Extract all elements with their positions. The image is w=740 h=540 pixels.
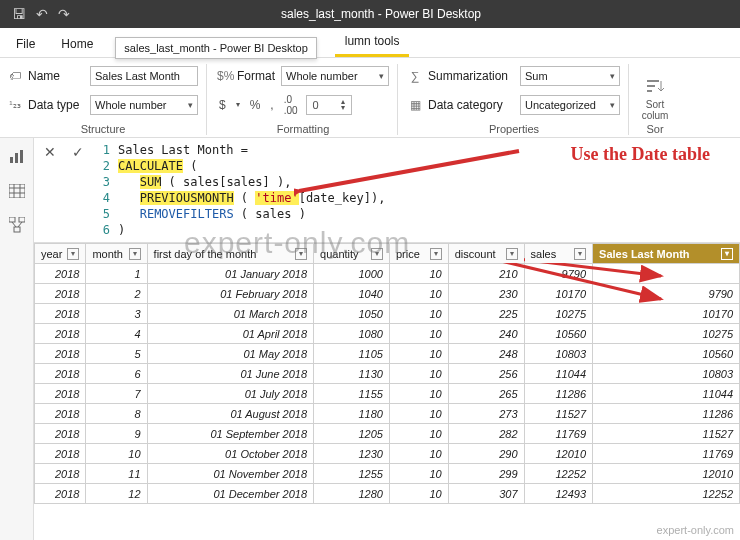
col-header[interactable]: year▾: [35, 244, 86, 264]
col-header[interactable]: sales▾: [524, 244, 593, 264]
svg-rect-3: [10, 157, 13, 163]
category-icon: ▦: [408, 98, 422, 112]
group-label-formatting: Formatting: [217, 121, 389, 135]
svg-rect-6: [9, 184, 25, 198]
window-tooltip: sales_last_month - Power BI Desktop: [115, 37, 316, 59]
svg-rect-5: [20, 150, 23, 163]
table-row[interactable]: 2018701 July 20181155102651128611044: [35, 384, 740, 404]
format-select[interactable]: Whole number▾: [281, 66, 389, 86]
formula-commit-button[interactable]: ✓: [68, 142, 88, 162]
redo-icon[interactable]: ↷: [58, 6, 70, 22]
name-label: Name: [28, 69, 84, 83]
menu-home[interactable]: Home: [57, 31, 97, 57]
formula-bar[interactable]: ✕ ✓ 1Sales Last Month = 2CALCULATE ( 3 S…: [34, 138, 740, 243]
col-header[interactable]: discount▾: [448, 244, 524, 264]
svg-rect-0: [647, 80, 659, 82]
svg-line-15: [18, 222, 22, 227]
tab-column-tools[interactable]: lumn tools: [335, 28, 410, 57]
formula-code[interactable]: 1Sales Last Month = 2CALCULATE ( 3 SUM (…: [96, 142, 385, 238]
col-header[interactable]: quantity▾: [314, 244, 390, 264]
tag-icon: 🏷: [8, 69, 22, 83]
save-icon[interactable]: 🖫: [12, 6, 26, 22]
table-row[interactable]: 20181201 December 2018128010307124931225…: [35, 484, 740, 504]
svg-rect-13: [14, 227, 20, 232]
datatype-label: Data type: [28, 98, 84, 112]
watermark-small: expert-only.com: [657, 524, 734, 536]
view-sidebar: [0, 138, 34, 540]
table-row[interactable]: 2018901 September 2018120510282117691152…: [35, 424, 740, 444]
window-title: sales_last_month - Power BI Desktop: [82, 7, 680, 21]
table-row[interactable]: 2018501 May 20181105102481080310560: [35, 344, 740, 364]
svg-rect-11: [9, 217, 15, 222]
ribbon-group-properties: ∑ Summarization Sum▾ ▦ Data category Unc…: [408, 64, 629, 135]
decimals-input[interactable]: 0▴▾: [306, 95, 352, 115]
report-view-icon[interactable]: [7, 148, 27, 166]
table-row[interactable]: 20181101 November 2018125510299122521201…: [35, 464, 740, 484]
svg-rect-4: [15, 153, 18, 163]
model-view-icon[interactable]: [7, 216, 27, 234]
title-bar: 🖫 ↶ ↷ sales_last_month - Power BI Deskto…: [0, 0, 740, 28]
sigma-icon: ∑: [408, 69, 422, 83]
table-row[interactable]: 2018101 January 20181000102109790: [35, 264, 740, 284]
ribbon-group-sort: Sort colum Sor: [639, 64, 679, 135]
menu-bar: File Home sales_last_month - Power BI De…: [0, 28, 740, 58]
decimal-icon: .0.00: [282, 94, 300, 116]
table-row[interactable]: 2018801 August 20181180102731152711286: [35, 404, 740, 424]
ribbon-group-formatting: $% Format Whole number▾ $▾ % , .0.00 0▴▾…: [217, 64, 398, 135]
sort-icon[interactable]: [645, 77, 665, 97]
menu-file[interactable]: File: [12, 31, 39, 57]
format-icon: $%: [217, 69, 231, 83]
summarization-label: Summarization: [428, 69, 514, 83]
ribbon-group-structure: 🏷 Name Sales Last Month ¹₂₃ Data type Wh…: [8, 64, 207, 135]
datatype-select[interactable]: Whole number▾: [90, 95, 198, 115]
group-label-structure: Structure: [8, 121, 198, 135]
data-grid[interactable]: year▾month▾first day of the month▾quanti…: [34, 243, 740, 504]
group-label-sort: Sor: [646, 121, 663, 135]
undo-icon[interactable]: ↶: [36, 6, 48, 22]
sort-label-1: Sort: [646, 99, 664, 110]
thousands-button[interactable]: ,: [268, 98, 275, 112]
table-row[interactable]: 20181001 October 20181230102901201011769: [35, 444, 740, 464]
table-row[interactable]: 2018201 February 2018104010230101709790: [35, 284, 740, 304]
svg-rect-12: [19, 217, 25, 222]
svg-rect-1: [647, 85, 655, 87]
table-row[interactable]: 2018401 April 20181080102401056010275: [35, 324, 740, 344]
format-label: Format: [237, 69, 275, 83]
svg-line-14: [12, 222, 16, 227]
percent-button[interactable]: %: [248, 98, 263, 112]
data-view-icon[interactable]: [7, 182, 27, 200]
col-header[interactable]: month▾: [86, 244, 147, 264]
datacategory-label: Data category: [428, 98, 514, 112]
name-input[interactable]: Sales Last Month: [90, 66, 198, 86]
table-row[interactable]: 2018301 March 20181050102251027510170: [35, 304, 740, 324]
svg-rect-2: [647, 90, 652, 92]
datacategory-select[interactable]: Uncategorized▾: [520, 95, 620, 115]
col-header[interactable]: Sales Last Month▾: [593, 244, 740, 264]
group-label-properties: Properties: [408, 121, 620, 135]
sort-label-2: colum: [642, 110, 669, 121]
datatype-icon: ¹₂₃: [8, 99, 22, 110]
summarization-select[interactable]: Sum▾: [520, 66, 620, 86]
ribbon: 🏷 Name Sales Last Month ¹₂₃ Data type Wh…: [0, 58, 740, 138]
main-area: Use the Date table ✕ ✓ 1Sales Last Month…: [34, 138, 740, 540]
col-header[interactable]: first day of the month▾: [147, 244, 313, 264]
currency-button[interactable]: $: [217, 98, 228, 112]
col-header[interactable]: price▾: [389, 244, 448, 264]
table-row[interactable]: 2018601 June 20181130102561104410803: [35, 364, 740, 384]
formula-cancel-button[interactable]: ✕: [40, 142, 60, 162]
